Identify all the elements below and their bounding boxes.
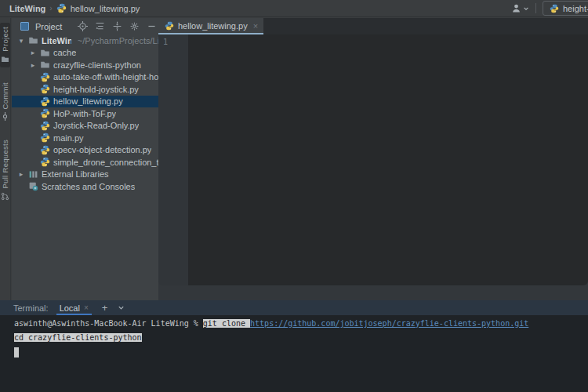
python-file-icon — [40, 84, 50, 94]
python-file-icon — [40, 121, 50, 131]
folder-icon — [40, 60, 50, 70]
breadcrumb-file[interactable]: hellow_litewing.py — [71, 4, 140, 13]
toolbar-right-group: height-h — [511, 1, 582, 16]
terminal-line-2: cd crazyflie-clients-python — [14, 331, 588, 345]
stripe-commit-button[interactable]: Commit — [0, 78, 10, 125]
tree-item-label: cache — [53, 48, 76, 57]
python-file-icon — [40, 108, 50, 118]
tree-item-opecv-object-detection[interactable]: opecv-object-detection.py — [12, 144, 158, 157]
run-configuration-select[interactable]: height-h — [543, 1, 588, 16]
collapse-all-button[interactable] — [111, 20, 123, 33]
tree-item-cache[interactable]: ▸ cache — [12, 47, 158, 60]
project-pane-icon — [18, 20, 31, 33]
tree-item-label: crazyflie-clients-python — [53, 60, 141, 70]
project-panel-header: Project — [12, 18, 158, 34]
main-toolbar: LiteWing › hellow_litewing.py height-h — [0, 0, 588, 17]
tree-item-root[interactable]: ▾ LiteWing ~/PycharmProjects/LiteWi — [12, 34, 158, 47]
python-file-icon — [40, 145, 50, 155]
folder-icon — [28, 35, 38, 45]
terminal-output[interactable]: aswinth@Aswinths-MacBook-Air LiteWing % … — [0, 315, 588, 392]
tree-item-external-libraries[interactable]: ▸ External Libraries — [12, 169, 158, 181]
terminal-repo-link[interactable]: https://github.com/jobitjoseph/crazyflie… — [250, 319, 528, 328]
tree-item-simple-drone-connection-test[interactable]: simple_drone_connection_test.py — [12, 156, 158, 169]
locate-file-button[interactable] — [76, 20, 89, 33]
editor-tab-label: hellow_litewing.py — [178, 21, 248, 31]
chevron-down-icon — [523, 5, 529, 12]
editor-sheet: 1 — [158, 34, 588, 285]
project-tool-window: Project ▾ LiteWing ~/PycharmProjects/Lit… — [12, 18, 158, 300]
libraries-icon — [28, 169, 38, 180]
stripe-commit-label: Commit — [1, 82, 9, 110]
line-number: 1 — [163, 38, 168, 46]
tree-item-path: ~/PycharmProjects/LiteWi — [78, 36, 158, 45]
scratches-icon — [28, 181, 38, 191]
chevron-collapsed-icon[interactable]: ▸ — [29, 49, 37, 56]
project-tree: ▾ LiteWing ~/PycharmProjects/LiteWi ▸ ca… — [12, 34, 158, 193]
tree-item-scratches-and-consoles[interactable]: Scratches and Consoles — [12, 180, 158, 193]
tree-item-auto-take-off[interactable]: auto-take-off-with-height-hold-j — [12, 71, 158, 84]
commit-icon — [1, 112, 9, 121]
tree-item-label: opecv-object-detection.py — [53, 145, 151, 154]
tree-item-label: simple_drone_connection_test.py — [53, 158, 158, 167]
pull-request-icon — [1, 192, 9, 201]
tree-item-label: auto-take-off-with-height-hold-j — [53, 72, 158, 82]
terminal-tab-close-icon[interactable]: × — [84, 303, 89, 312]
tree-item-label: height-hold-joystick.py — [53, 85, 139, 94]
new-terminal-button[interactable]: + — [100, 303, 111, 313]
tree-item-hop-with-tof[interactable]: HoP-with-ToF.py — [12, 107, 158, 120]
terminal-tab-local[interactable]: Local × — [56, 300, 92, 315]
stripe-pull-requests-label: Pull Requests — [1, 140, 9, 189]
folder-icon — [40, 48, 50, 58]
terminal-cursor — [14, 347, 19, 358]
tree-item-main[interactable]: main.py — [12, 132, 158, 144]
stripe-pull-requests-button[interactable]: Pull Requests — [0, 136, 10, 205]
chevron-collapsed-icon[interactable]: ▸ — [17, 170, 25, 178]
pycharm-window: LiteWing › hellow_litewing.py height-h P… — [0, 0, 588, 392]
tree-item-crazyflie-clients-python[interactable]: ▸ crazyflie-clients-python — [12, 59, 158, 71]
python-file-icon — [40, 157, 50, 167]
breadcrumb-chevron-icon: › — [49, 4, 52, 13]
breadcrumb: LiteWing › hellow_litewing.py — [9, 3, 140, 13]
python-file-icon — [164, 20, 174, 31]
project-panel-title[interactable]: Project — [35, 22, 62, 31]
tree-item-height-hold-joystick[interactable]: height-hold-joystick.py — [12, 83, 158, 96]
expand-all-button[interactable] — [93, 20, 106, 33]
python-file-icon — [40, 132, 50, 143]
python-icon — [549, 3, 559, 13]
toolbar-separator — [535, 3, 536, 13]
hide-panel-button[interactable] — [145, 20, 158, 33]
folder-icon — [1, 55, 9, 64]
user-icon — [511, 3, 521, 13]
terminal-header: Terminal: Local × + — [0, 300, 588, 315]
tree-item-label: Joystick-Read-Only.py — [53, 121, 139, 130]
run-configuration-label: height-h — [563, 4, 588, 13]
tree-item-joystick-read-only[interactable]: Joystick-Read-Only.py — [12, 120, 158, 132]
tree-item-label: LiteWing — [42, 36, 71, 45]
chevron-collapsed-icon[interactable]: ▸ — [29, 61, 37, 69]
editor-tab-hellow-litewing[interactable]: hellow_litewing.py × — [158, 18, 263, 34]
tree-item-label: hellow_litewing.py — [53, 96, 123, 106]
user-menu-button[interactable] — [511, 3, 529, 13]
terminal-panel-label[interactable]: Terminal: — [13, 303, 49, 313]
terminal-line-1: aswinth@Aswinths-MacBook-Air LiteWing % … — [14, 317, 588, 331]
editor-tab-bar: hellow_litewing.py × — [158, 18, 588, 34]
panel-settings-button[interactable] — [128, 20, 140, 33]
terminal-dropdown-icon[interactable] — [118, 304, 125, 311]
editor-gutter: 1 — [158, 34, 188, 285]
breadcrumb-project[interactable]: LiteWing — [9, 4, 45, 13]
tab-close-icon[interactable]: × — [253, 21, 258, 31]
stripe-project-label: Project — [1, 27, 9, 52]
chevron-expanded-icon[interactable]: ▾ — [17, 37, 25, 45]
stripe-project-button[interactable]: Project — [0, 23, 10, 67]
terminal-command-cd: cd crazyflie-clients-python — [14, 333, 142, 342]
editor-area: hellow_litewing.py × 1 — [158, 18, 588, 300]
tree-item-label: main.py — [53, 133, 84, 143]
terminal-tab-label: Local — [60, 303, 80, 313]
python-file-icon — [56, 3, 67, 13]
python-file-icon — [40, 96, 50, 107]
tool-window-stripe: Project Commit Pull Requests — [0, 18, 11, 300]
tree-item-hellow-litewing-selected[interactable]: hellow_litewing.py — [12, 96, 158, 108]
tree-item-label: Scratches and Consoles — [42, 182, 135, 191]
editor-code-area[interactable] — [188, 34, 588, 285]
tree-item-label: External Libraries — [42, 169, 109, 179]
